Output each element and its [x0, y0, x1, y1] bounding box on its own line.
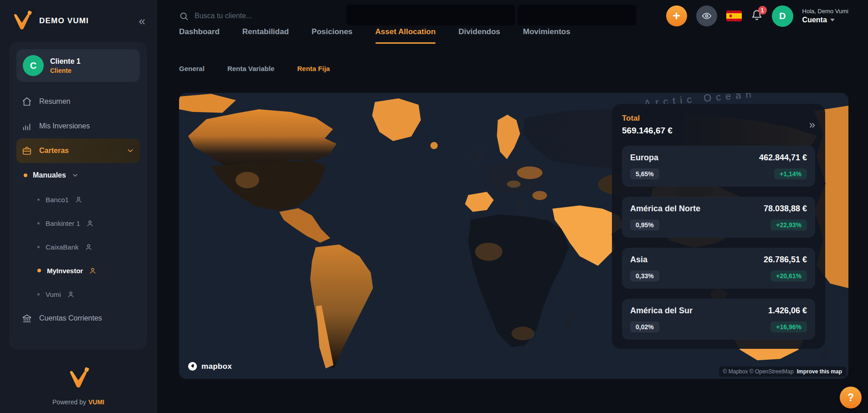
- portfolio-label: Vumi: [46, 291, 61, 298]
- add-button[interactable]: +: [666, 5, 687, 26]
- region-value: 462.844,71 €: [759, 153, 807, 163]
- home-icon: [22, 97, 32, 107]
- portfolio-label: Banco1: [46, 196, 69, 204]
- portfolio-label: Bankinter 1: [46, 219, 80, 227]
- improve-map-link[interactable]: Improve this map: [797, 368, 842, 375]
- powered-by-brand: VUMI: [88, 398, 104, 406]
- user-icon: [67, 291, 75, 298]
- masked-region: [518, 5, 637, 25]
- visibility-toggle-button[interactable]: [696, 5, 717, 26]
- mapbox-logo[interactable]: mapbox: [187, 361, 232, 372]
- help-button[interactable]: ?: [840, 387, 862, 408]
- language-flag-spain[interactable]: [726, 10, 742, 21]
- subtab-general[interactable]: General: [179, 65, 205, 72]
- eye-icon: [702, 11, 712, 21]
- sidebar-portfolio-bankinter[interactable]: Bankinter 1: [16, 211, 140, 235]
- bullet-icon: [37, 199, 40, 201]
- sidebar-footer: Powered byVUMI: [0, 367, 157, 406]
- sidebar-item-cuentas-corrientes[interactable]: Cuentas Corrientes: [16, 306, 140, 331]
- notification-badge: 1: [758, 6, 767, 15]
- sidebar-item-carteras[interactable]: Carteras: [16, 138, 140, 163]
- bullet-icon: [37, 269, 41, 272]
- client-avatar: C: [23, 55, 44, 76]
- tab-dashboard[interactable]: Dashboard: [179, 27, 220, 44]
- account-label: Cuenta: [802, 16, 827, 24]
- total-label: Total: [622, 114, 673, 123]
- client-card[interactable]: C Cliente 1 Cliente: [16, 49, 140, 82]
- total-value: 569.146,67 €: [622, 126, 673, 136]
- sidebar-menu: Resumen Mis Inversiones Carteras Manuale…: [16, 89, 140, 331]
- vumi-logo-icon: [11, 10, 33, 32]
- client-search-input[interactable]: [195, 12, 308, 20]
- tab-asset-allocation[interactable]: Asset Allocation: [375, 27, 436, 44]
- region-name: Europa: [630, 153, 658, 163]
- sidebar-header: DEMO VUMI «: [0, 0, 156, 38]
- panel-header: Total 569.146,67 € »: [622, 114, 815, 136]
- tab-posiciones[interactable]: Posiciones: [312, 27, 353, 44]
- main-tabs: Dashboard Rentabilidad Posiciones Asset …: [179, 27, 570, 44]
- account-menu-button[interactable]: Cuenta: [802, 16, 848, 24]
- bullet-icon: [37, 222, 40, 224]
- search-box[interactable]: [179, 11, 308, 21]
- tab-rentabilidad[interactable]: Rentabilidad: [242, 27, 289, 44]
- region-summary-panel: Total 569.146,67 € » Europa 462.844,71 €…: [612, 104, 825, 349]
- asset-allocation-map: Arctic Ocean Total 569.146,67 € » Europa…: [179, 93, 848, 379]
- tab-movimientos[interactable]: Movimientos: [523, 27, 570, 44]
- bullet-icon: [37, 293, 40, 296]
- user-icon: [86, 219, 94, 227]
- user-icon: [85, 243, 92, 251]
- sidebar-portfolio-myinvestor[interactable]: MyInvestor: [16, 259, 140, 282]
- portfolio-label: MyInvestor: [47, 267, 83, 275]
- menu-label: Cuentas Corrientes: [39, 314, 102, 322]
- region-card-europa[interactable]: Europa 462.844,71 € 5,65% +1,14%: [622, 146, 815, 187]
- account-info: Hola, Demo Vumi Cuenta: [802, 8, 848, 24]
- notifications-button[interactable]: 1: [751, 9, 763, 23]
- sidebar-item-resumen[interactable]: Resumen: [16, 89, 140, 114]
- client-name: Cliente 1: [50, 57, 81, 66]
- subtab-renta-fija[interactable]: Renta Fija: [297, 65, 330, 72]
- bullet-icon: [24, 173, 27, 177]
- sidebar-group-manuales[interactable]: Manuales: [16, 163, 140, 188]
- flag-emblem: [729, 15, 732, 17]
- flag-stripe: [726, 13, 742, 19]
- group-label: Manuales: [33, 171, 66, 179]
- subtab-renta-variable[interactable]: Renta Variable: [227, 65, 274, 72]
- region-weight-badge: 0,95%: [630, 219, 659, 230]
- region-change-badge: +1,14%: [774, 168, 807, 179]
- brand-title: DEMO VUMI: [39, 16, 133, 25]
- region-value: 1.426,06 €: [768, 306, 807, 316]
- search-icon: [179, 11, 189, 21]
- powered-by: Powered byVUMI: [0, 398, 157, 406]
- panel-collapse-button[interactable]: »: [809, 119, 815, 130]
- sidebar-collapse-button[interactable]: «: [139, 15, 145, 27]
- region-weight-badge: 0,02%: [630, 321, 659, 332]
- chevron-down-icon: [830, 19, 835, 21]
- tab-dividendos[interactable]: Dividendos: [458, 27, 500, 44]
- sidebar: DEMO VUMI « C Cliente 1 Cliente Resumen …: [0, 0, 157, 413]
- region-card-america-norte[interactable]: América del Norte 78.038,88 € 0,95% +22,…: [622, 197, 815, 238]
- map-attribution: © Mapbox © OpenStreetMapImprove this map: [719, 367, 846, 377]
- menu-label: Resumen: [39, 97, 70, 106]
- sidebar-portfolio-vumi[interactable]: Vumi: [16, 282, 140, 306]
- bar-chart-icon: [22, 121, 32, 131]
- sidebar-portfolio-banco1[interactable]: Banco1: [16, 188, 140, 211]
- mapbox-wordmark: mapbox: [201, 362, 232, 371]
- region-card-asia[interactable]: Asia 26.786,51 € 0,33% +20,61%: [622, 248, 815, 289]
- region-name: América del Sur: [630, 306, 693, 316]
- vumi-logo-icon: [67, 367, 90, 390]
- region-name: Asia: [630, 255, 647, 265]
- region-card-america-sur[interactable]: América del Sur 1.426,06 € 0,02% +16,96%: [622, 299, 815, 340]
- flag-stripe: [726, 19, 742, 21]
- region-weight-badge: 5,65%: [630, 168, 659, 179]
- menu-label: Carteras: [39, 147, 69, 155]
- powered-by-label: Powered by: [52, 398, 86, 406]
- bank-icon: [22, 313, 32, 323]
- region-weight-badge: 0,33%: [630, 270, 659, 281]
- sidebar-portfolio-caixabank[interactable]: CaixaBank: [16, 235, 140, 259]
- attribution-text[interactable]: © Mapbox © OpenStreetMap: [723, 368, 794, 375]
- region-change-badge: +20,61%: [770, 270, 807, 281]
- user-avatar[interactable]: D: [772, 5, 793, 27]
- client-role: Cliente: [50, 67, 81, 74]
- user-icon: [89, 267, 97, 275]
- sidebar-item-mis-inversiones[interactable]: Mis Inversiones: [16, 114, 140, 138]
